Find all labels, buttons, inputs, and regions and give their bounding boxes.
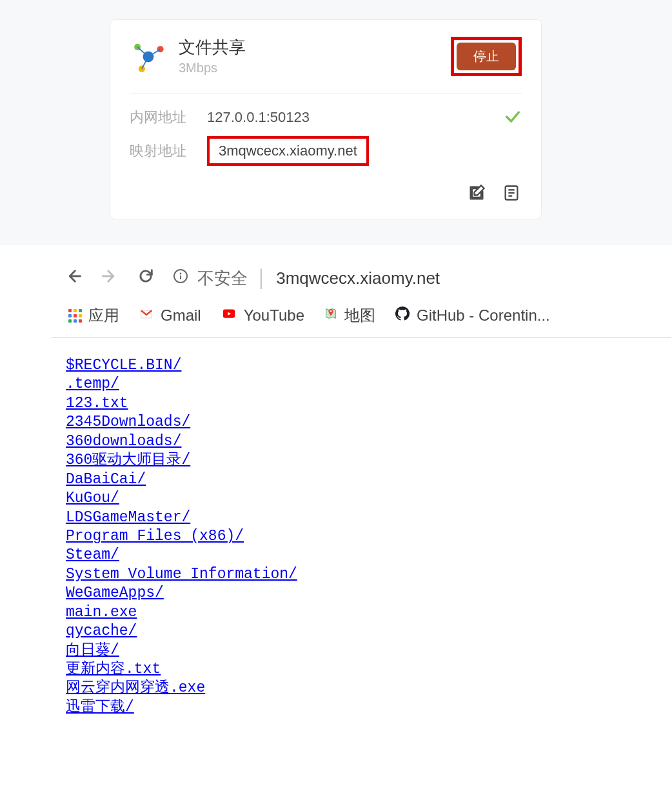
stop-button-highlight: 停止 (451, 37, 522, 76)
reload-button[interactable] (137, 267, 155, 290)
bookmark-youtube-label: YouTube (244, 306, 304, 325)
file-link[interactable]: 更新内容.txt (66, 660, 161, 679)
file-link[interactable]: $RECYCLE.BIN/ (66, 356, 181, 375)
bookmark-github-label: GitHub - Corentin... (417, 306, 550, 325)
card-actions (110, 181, 541, 219)
address-text[interactable]: 不安全 │ 3mqwcecx.xiaomy.net (173, 267, 440, 290)
bookmark-github[interactable]: GitHub - Corentin... (395, 306, 550, 325)
mapped-address-row: 映射地址 3mqwcecx.xiaomy.net (130, 136, 522, 166)
bookmark-youtube[interactable]: YouTube (221, 306, 304, 325)
address-separator: │ (257, 268, 267, 288)
browser-area: 不安全 │ 3mqwcecx.xiaomy.net 应用 Gmail YouTu… (0, 245, 672, 717)
status-check-icon (504, 108, 522, 130)
internal-address-row: 内网地址 127.0.0.1:50123 (130, 108, 522, 127)
file-link[interactable]: Steam/ (66, 546, 119, 565)
card-titles: 文件共享 3Mbps (179, 37, 451, 75)
tunnel-card-area: 文件共享 3Mbps 停止 内网地址 127.0.0.1:50123 映射地址 … (0, 0, 672, 245)
bookmark-apps[interactable]: 应用 (68, 305, 119, 326)
file-link[interactable]: main.exe (66, 603, 137, 622)
bookmark-gmail[interactable]: Gmail (139, 306, 201, 325)
mapped-address-value: 3mqwcecx.xiaomy.net (207, 136, 369, 166)
file-listing: $RECYCLE.BIN/.temp/123.txt2345Downloads/… (64, 338, 672, 717)
address-bar: 不安全 │ 3mqwcecx.xiaomy.net (64, 267, 672, 290)
file-link[interactable]: 网云穿内网穿透.exe (66, 679, 205, 697)
forward-button[interactable] (101, 267, 119, 290)
file-link[interactable]: WeGameApps/ (66, 584, 164, 603)
insecure-label: 不安全 (197, 267, 248, 290)
bookmark-maps[interactable]: 地图 (324, 305, 375, 326)
file-link[interactable]: 360驱动大师目录/ (66, 451, 190, 470)
file-link[interactable]: 迅雷下载/ (66, 698, 134, 717)
file-link[interactable]: LDSGameMaster/ (66, 508, 190, 527)
card-subtitle: 3Mbps (179, 61, 451, 75)
github-icon (395, 306, 410, 325)
back-button[interactable] (64, 267, 83, 290)
card-title: 文件共享 (179, 37, 451, 57)
file-link[interactable]: qycache/ (66, 622, 137, 641)
file-link[interactable]: 123.txt (66, 394, 128, 413)
svg-point-15 (330, 310, 332, 312)
stop-button[interactable]: 停止 (457, 43, 516, 70)
edit-icon[interactable] (468, 184, 487, 203)
card-header: 文件共享 3Mbps 停止 (110, 20, 541, 93)
file-link[interactable]: DaBaiCai/ (66, 470, 146, 489)
tunnel-card: 文件共享 3Mbps 停止 内网地址 127.0.0.1:50123 映射地址 … (110, 19, 542, 219)
bookmark-maps-label: 地图 (344, 305, 375, 326)
log-icon[interactable] (502, 184, 522, 203)
internal-address-value: 127.0.0.1:50123 (207, 109, 310, 126)
bookmark-apps-label: 应用 (88, 305, 119, 326)
bookmarks-bar: 应用 Gmail YouTube 地图 GitHub - Corentin... (64, 290, 672, 337)
file-link[interactable]: 2345Downloads/ (66, 413, 190, 432)
card-body: 内网地址 127.0.0.1:50123 映射地址 3mqwcecx.xiaom… (110, 94, 541, 181)
file-link[interactable]: KuGou/ (66, 489, 119, 508)
share-icon (130, 38, 167, 75)
apps-icon (68, 309, 82, 323)
file-link[interactable]: 360downloads/ (66, 432, 181, 451)
bookmark-gmail-label: Gmail (161, 306, 201, 325)
svg-rect-13 (180, 275, 181, 279)
gmail-icon (139, 306, 154, 325)
file-link[interactable]: Program Files (x86)/ (66, 527, 244, 546)
youtube-icon (221, 306, 237, 325)
mapped-address-label: 映射地址 (130, 141, 207, 161)
address-host: 3mqwcecx.xiaomy.net (276, 268, 440, 288)
file-link[interactable]: 向日葵/ (66, 641, 119, 660)
info-icon (173, 268, 188, 288)
svg-point-12 (180, 273, 182, 275)
file-link[interactable]: .temp/ (66, 375, 119, 394)
maps-icon (324, 306, 338, 325)
internal-address-label: 内网地址 (130, 108, 207, 127)
file-link[interactable]: System Volume Information/ (66, 565, 297, 584)
